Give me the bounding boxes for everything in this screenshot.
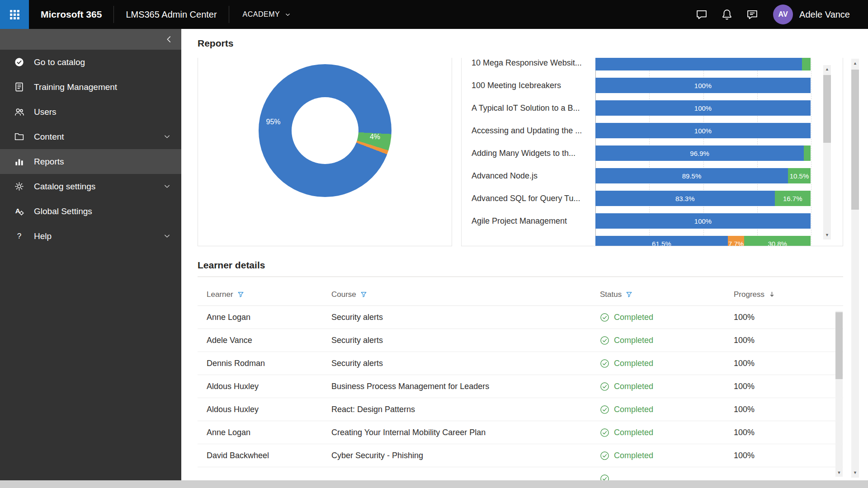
column-label: Learner	[207, 290, 233, 299]
sidebar-item-go-to-catalog[interactable]: Go to catalog	[0, 50, 181, 75]
bar-chart-icon	[14, 156, 25, 167]
scroll-up-icon[interactable]: ▲	[851, 61, 859, 66]
lms365-admin-screen: Microsoft 365 LMS365 Admin Center ACADEM…	[0, 0, 868, 488]
scroll-down-icon[interactable]: ▼	[835, 471, 843, 475]
status-text: Completed	[614, 336, 653, 345]
brand-title[interactable]: Microsoft 365	[29, 9, 113, 20]
column-header-status[interactable]: Status	[600, 284, 734, 299]
scroll-down-icon[interactable]: ▼	[851, 471, 859, 475]
bar-segment-blue: 61.5%	[595, 236, 728, 246]
bar-row: Advanced Node.js89.5%10.5%	[472, 164, 811, 187]
column-header-course[interactable]: Course	[331, 284, 600, 299]
avatar[interactable]: AV	[773, 5, 793, 24]
catalog-check-icon	[14, 56, 25, 68]
sidebar-item-training-management[interactable]: Training Management	[0, 75, 181, 99]
check-circle-icon	[600, 428, 609, 437]
column-header-progress[interactable]: Progress	[734, 284, 843, 299]
sidebar-item-users[interactable]: Users	[0, 99, 181, 124]
filter-icon[interactable]	[237, 291, 244, 298]
learner-name: Anne Logan	[207, 313, 331, 322]
progress-value: 100%	[734, 451, 843, 460]
sidebar-item-label: Catalog settings	[34, 182, 95, 192]
column-label: Progress	[734, 290, 764, 299]
course-name: Cyber Security - Phishing	[331, 451, 600, 460]
scroll-down-icon[interactable]: ▼	[823, 233, 831, 237]
sidebar: Go to catalogTraining ManagementUsersCon…	[0, 29, 181, 480]
sidebar-item-content[interactable]: Content	[0, 124, 181, 149]
sidebar-item-catalog-settings[interactable]: Catalog settings	[0, 174, 181, 199]
avatar-initials: AV	[778, 10, 788, 19]
gridline-100	[811, 58, 811, 246]
chevron-down-icon	[163, 182, 171, 191]
sidebar-nav: Go to catalogTraining ManagementUsersCon…	[0, 50, 181, 249]
page-scrollbar[interactable]: ▲ ▼	[851, 59, 859, 478]
sort-descending-icon[interactable]	[769, 291, 775, 298]
status-cell: Completed	[600, 428, 734, 437]
status-text: Completed	[614, 382, 653, 391]
status-cell	[600, 474, 734, 481]
chat-button[interactable]	[695, 8, 708, 21]
status-text: Completed	[614, 451, 653, 460]
bell-icon	[721, 8, 733, 21]
bar-category-label: Adding Many Widgets to th...	[472, 149, 595, 158]
app-launcher-button[interactable]	[0, 0, 29, 29]
svg-text:?: ?	[17, 231, 22, 240]
bar-category-label: 100 Meeting Icebreakers	[472, 81, 595, 90]
bar-row: Adding Many Widgets to th...96.9%	[472, 142, 811, 164]
bar-segment-blue: 96.9%	[595, 145, 804, 161]
bar-stack	[595, 58, 811, 70]
feedback-button[interactable]	[746, 8, 759, 21]
bell-button[interactable]	[721, 8, 733, 21]
sidebar-item-reports[interactable]: Reports	[0, 149, 181, 174]
bar-segment-orange: 7.7%	[728, 236, 745, 246]
scrollbar-thumb[interactable]	[851, 70, 859, 210]
filter-icon[interactable]	[626, 291, 632, 298]
table-scrollbar[interactable]: ▼	[835, 311, 843, 477]
chart-scrollbar[interactable]: ▲ ▼	[823, 65, 831, 239]
learner-name: Aldous Huxley	[207, 382, 331, 391]
sidebar-collapse-button[interactable]	[0, 29, 181, 50]
status-text: Completed	[614, 313, 653, 322]
bar-stack: 83.3%16.7%	[595, 191, 811, 206]
bar-segment-green: 16.7%	[775, 191, 811, 206]
reports-scroll-area: 95% 4% 10 Mega Responsive Websit...100 M…	[181, 58, 868, 480]
filter-icon[interactable]	[360, 291, 367, 298]
scrollbar-thumb[interactable]	[823, 75, 831, 143]
donut-label-green: 4%	[370, 133, 380, 141]
app-title[interactable]: LMS365 Admin Center	[114, 9, 228, 20]
column-header-learner[interactable]: Learner	[207, 284, 331, 299]
check-circle-icon	[600, 474, 609, 481]
sidebar-item-label: Users	[34, 107, 57, 117]
bar-category-label: Advanced SQL for Query Tu...	[472, 194, 595, 203]
bar-segment-blue	[595, 58, 802, 70]
sidebar-item-global-settings[interactable]: AGlobal Settings	[0, 199, 181, 224]
bar-stack: 96.9%	[595, 145, 811, 161]
status-text: Completed	[614, 405, 653, 414]
course-progress-chart: 10 Mega Responsive Websit...100 Meeting …	[472, 58, 811, 246]
bar-stack: 100%	[595, 78, 811, 93]
scroll-up-icon[interactable]: ▲	[823, 67, 831, 71]
course-name: Security alerts	[331, 336, 600, 345]
sidebar-item-label: Training Management	[34, 82, 117, 92]
learner-row	[198, 467, 843, 480]
progress-value: 100%	[734, 336, 843, 345]
sidebar-item-label: Reports	[34, 157, 64, 167]
bar-segment-blue: 89.5%	[595, 168, 788, 183]
user-name: Adele Vance	[799, 9, 850, 20]
bar-row: Agile Project Management100%	[472, 210, 811, 232]
check-circle-icon	[600, 313, 609, 322]
page-header: Reports	[181, 29, 868, 58]
bar-row: A Typical IoT Solution to a B...100%	[472, 97, 811, 119]
bar-segment-green: 10.5%	[788, 168, 811, 183]
donut-label-blue: 95%	[266, 118, 280, 126]
sidebar-item-label: Go to catalog	[34, 57, 85, 67]
bar-row: Advanced SQL for Query Tu...83.3%16.7%	[472, 187, 811, 210]
org-selector[interactable]: ACADEMY	[229, 10, 305, 19]
bar-segment-blue: 83.3%	[595, 191, 775, 206]
bar-segment-green	[802, 58, 811, 70]
learner-row: Aldous HuxleyReact: Design PatternsCompl…	[198, 398, 843, 421]
sidebar-item-help[interactable]: ?Help	[0, 224, 181, 249]
horizontal-scrollbar[interactable]	[0, 480, 868, 488]
scrollbar-thumb[interactable]	[835, 312, 843, 379]
status-text: Completed	[614, 428, 653, 437]
